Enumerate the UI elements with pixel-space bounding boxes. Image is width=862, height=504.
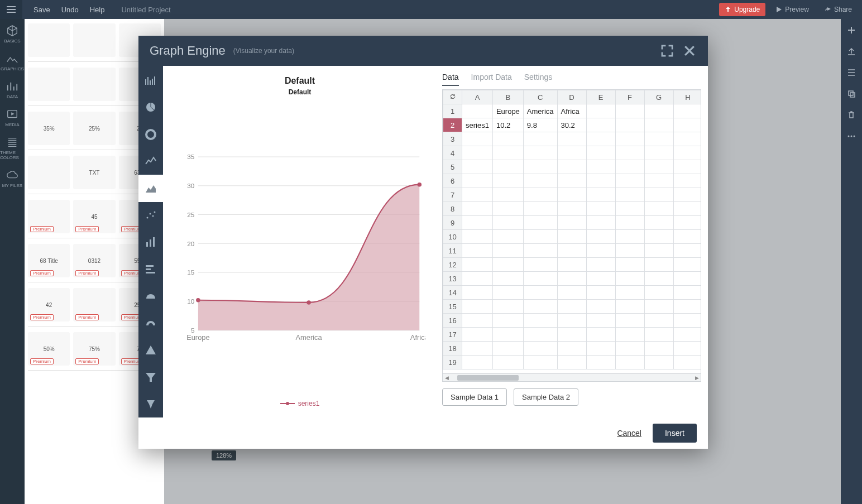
cell[interactable]	[523, 216, 557, 230]
cell[interactable]	[523, 342, 557, 356]
col-header[interactable]: A	[462, 90, 493, 104]
cell[interactable]	[673, 118, 701, 132]
cell[interactable]	[615, 244, 644, 258]
cell[interactable]: series1	[462, 118, 493, 132]
more-tool[interactable]	[844, 128, 859, 144]
close-icon[interactable]	[682, 44, 697, 58]
refresh-icon[interactable]	[449, 93, 456, 100]
chart-type-area[interactable]	[138, 175, 163, 201]
cell[interactable]	[615, 202, 644, 216]
cell[interactable]	[673, 230, 701, 244]
cell[interactable]	[615, 258, 644, 272]
cell[interactable]	[557, 328, 586, 342]
row-header[interactable]: 5	[443, 160, 462, 174]
cell[interactable]	[673, 286, 701, 300]
cell[interactable]	[523, 244, 557, 258]
upload-tool[interactable]	[844, 44, 859, 59]
cell[interactable]	[492, 356, 523, 369]
add-tool[interactable]	[844, 22, 859, 38]
row-header[interactable]: 18	[443, 342, 462, 356]
cell[interactable]	[673, 216, 701, 230]
row-header[interactable]: 3	[443, 132, 462, 146]
cell[interactable]	[673, 272, 701, 286]
cell[interactable]	[523, 328, 557, 342]
cell[interactable]	[492, 216, 523, 230]
cell[interactable]	[586, 300, 615, 314]
cell[interactable]	[615, 146, 644, 160]
gallery-item[interactable]: 25%	[73, 112, 115, 145]
hamburger-icon[interactable]	[0, 0, 22, 19]
cell[interactable]	[462, 174, 493, 188]
row-header[interactable]: 10	[443, 230, 462, 244]
cell[interactable]	[586, 216, 615, 230]
cell[interactable]	[557, 300, 586, 314]
cell[interactable]	[673, 258, 701, 272]
cell[interactable]	[492, 300, 523, 314]
col-header[interactable]: E	[586, 90, 615, 104]
cell[interactable]	[523, 202, 557, 216]
menu-save[interactable]: Save	[33, 6, 50, 14]
row-header[interactable]: 19	[443, 356, 462, 369]
cell[interactable]	[492, 202, 523, 216]
gallery-item[interactable]: 35%	[28, 112, 70, 145]
cell[interactable]	[673, 146, 701, 160]
cell[interactable]	[586, 258, 615, 272]
cell[interactable]	[673, 244, 701, 258]
preview-button[interactable]: Preview	[770, 3, 815, 16]
upgrade-button[interactable]: Upgrade	[719, 3, 765, 16]
row-header[interactable]: 8	[443, 202, 462, 216]
col-header[interactable]: F	[615, 90, 644, 104]
cell[interactable]	[462, 188, 493, 202]
chart-type-funnel[interactable]	[138, 363, 163, 390]
cell[interactable]	[615, 286, 644, 300]
cell[interactable]	[615, 160, 644, 174]
cell[interactable]	[644, 230, 673, 244]
cell[interactable]	[673, 342, 701, 356]
cell[interactable]	[615, 342, 644, 356]
share-button[interactable]: Share	[819, 3, 858, 16]
cell[interactable]	[557, 356, 586, 369]
cell[interactable]	[586, 188, 615, 202]
cell[interactable]: America	[523, 104, 557, 118]
cell[interactable]	[673, 174, 701, 188]
nav-myfiles[interactable]: MY FILES	[0, 164, 25, 191]
col-header[interactable]: G	[644, 90, 673, 104]
sheet-scrollbar-h[interactable]: ◀▶	[442, 374, 701, 382]
cell[interactable]	[586, 132, 615, 146]
cell[interactable]	[644, 118, 673, 132]
cell[interactable]	[523, 272, 557, 286]
row-header[interactable]: 4	[443, 146, 462, 160]
cell[interactable]	[615, 132, 644, 146]
gallery-item[interactable]	[28, 23, 70, 57]
cell[interactable]	[644, 258, 673, 272]
cell[interactable]	[615, 174, 644, 188]
cell[interactable]	[615, 188, 644, 202]
gallery-item[interactable]	[28, 156, 70, 189]
cell[interactable]	[462, 202, 493, 216]
cell[interactable]	[492, 328, 523, 342]
cell[interactable]	[462, 132, 493, 146]
cell[interactable]	[586, 272, 615, 286]
cell[interactable]	[462, 230, 493, 244]
nav-graphics[interactable]: GRAPHICS	[0, 47, 25, 75]
cell[interactable]	[557, 202, 586, 216]
nav-basics[interactable]: BASICS	[0, 19, 25, 47]
cell[interactable]	[462, 342, 493, 356]
cell[interactable]	[644, 356, 673, 369]
gallery-item[interactable]	[28, 68, 70, 101]
nav-media[interactable]: MEDIA	[0, 103, 25, 131]
nav-data[interactable]: DATA	[0, 75, 25, 103]
chart-type-funnel2[interactable]	[138, 391, 163, 417]
cell[interactable]	[462, 104, 493, 118]
gallery-item[interactable]: Premium	[28, 200, 70, 233]
cell[interactable]	[492, 160, 523, 174]
cell[interactable]	[673, 202, 701, 216]
expand-icon[interactable]	[660, 44, 674, 58]
cell[interactable]	[492, 132, 523, 146]
cell[interactable]	[523, 230, 557, 244]
cell[interactable]	[673, 188, 701, 202]
col-header[interactable]: C	[523, 90, 557, 104]
chart-type-halfdonut[interactable]	[138, 310, 163, 337]
row-header[interactable]: 17	[443, 328, 462, 342]
cell[interactable]	[615, 314, 644, 328]
